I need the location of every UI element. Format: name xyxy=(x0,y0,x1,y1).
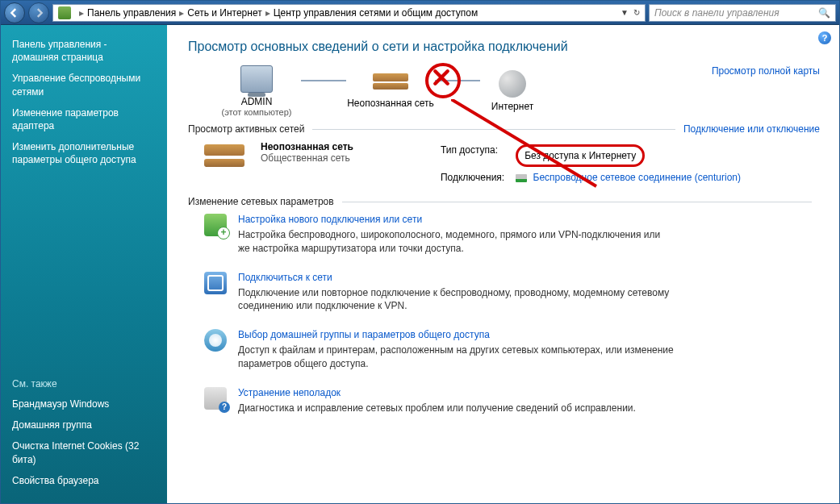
search-placeholder: Поиск в панели управления xyxy=(654,7,779,19)
task-title[interactable]: Устранение неполадок xyxy=(238,387,636,398)
bench-icon xyxy=(204,141,244,173)
wifi-signal-icon xyxy=(516,174,527,182)
active-network-type: Общественная сеть xyxy=(261,152,353,164)
sidebar-link-adapter[interactable]: Изменение параметров адаптера xyxy=(12,106,156,132)
active-networks-label: Просмотр активных сетей xyxy=(188,123,304,135)
address-bar: ▸ Панель управления ▸ Сеть и Интернет ▸ … xyxy=(1,1,839,25)
new-connection-icon xyxy=(204,214,227,236)
settings-header-label: Изменение сетевых параметров xyxy=(188,196,334,207)
computer-icon xyxy=(240,65,273,93)
map-node-unidentified: Неопознанная сеть xyxy=(346,73,435,109)
map-node1-sub: (этот компьютер) xyxy=(212,107,301,117)
page-title: Просмотр основных сведений о сети и наст… xyxy=(188,40,820,54)
window-frame: ▸ Панель управления ▸ Сеть и Интернет ▸ … xyxy=(0,0,840,504)
see-also-browser[interactable]: Свойства браузера xyxy=(12,474,156,487)
see-also-header: См. также xyxy=(12,378,156,389)
task-title[interactable]: Подключиться к сети xyxy=(238,272,674,283)
see-also-homegroup[interactable]: Домашняя группа xyxy=(12,419,156,431)
see-also-firewall[interactable]: Брандмауэр Windows xyxy=(12,398,156,410)
crumb-sep: ▸ xyxy=(179,7,184,19)
active-networks-header: Просмотр активных сетей Подключение или … xyxy=(188,123,820,135)
annotation-circle xyxy=(425,63,461,98)
main-panel: ? Просмотр основных сведений о сети и на… xyxy=(167,25,839,503)
sidebar-link-wireless[interactable]: Управление беспроводными сетями xyxy=(12,72,156,98)
troubleshoot-icon xyxy=(204,387,227,410)
task-desc: Доступ к файлам и принтерам, расположенн… xyxy=(238,344,674,371)
refresh-icon[interactable]: ↻ xyxy=(633,8,640,17)
sidebar: Панель управления - домашняя страница Уп… xyxy=(1,25,167,503)
breadcrumb[interactable]: ▸ Панель управления ▸ Сеть и Интернет ▸ … xyxy=(52,4,646,22)
crumb-sep: ▸ xyxy=(265,7,270,19)
access-type-value: Без доступа к Интернету xyxy=(516,144,645,167)
map-node1-name: ADMIN xyxy=(212,96,301,107)
task-desc: Настройка беспроводного, широкополосного… xyxy=(238,228,674,256)
network-settings-header: Изменение сетевых параметров xyxy=(188,196,820,207)
see-also-cookies[interactable]: Очистка Internet Cookies (32 бита) xyxy=(12,439,156,465)
map-node3-name: Интернет xyxy=(480,101,545,112)
crumb-1[interactable]: Сеть и Интернет xyxy=(187,7,261,19)
connection-link[interactable]: Беспроводное сетевое соединение (centuri… xyxy=(533,172,742,183)
search-box[interactable]: Поиск в панели управления 🔍 xyxy=(649,4,836,22)
tasks-list: Настройка нового подключения или сети На… xyxy=(204,214,820,415)
active-network-name: Неопознанная сеть xyxy=(261,141,353,152)
map-node-internet: Интернет xyxy=(480,70,545,112)
map-node-computer: ADMIN (этот компьютер) xyxy=(212,65,301,117)
search-icon[interactable]: 🔍 xyxy=(818,7,830,19)
crumb-sep: ▸ xyxy=(79,7,84,19)
globe-icon xyxy=(499,70,526,98)
map-line xyxy=(301,80,346,81)
nav-forward-button[interactable] xyxy=(28,2,49,23)
active-network-block: Неопознанная сеть Общественная сеть Тип … xyxy=(204,141,820,186)
task-desc: Диагностика и исправление сетевых пробле… xyxy=(238,402,636,415)
task-troubleshoot: Устранение неполадок Диагностика и испра… xyxy=(204,387,820,415)
control-panel-icon xyxy=(58,6,71,19)
task-desc: Подключение или повторное подключение к … xyxy=(238,286,674,314)
sidebar-home-link[interactable]: Панель управления - домашняя страница xyxy=(12,38,156,64)
help-icon[interactable]: ? xyxy=(818,31,831,44)
connect-network-icon xyxy=(204,272,227,294)
task-title[interactable]: Выбор домашней группы и параметров общег… xyxy=(238,329,674,340)
active-network-props: Тип доступа: Без доступа к Интернету Под… xyxy=(434,141,747,186)
nav-back-button[interactable] xyxy=(4,2,25,23)
connections-label: Подключения: xyxy=(436,170,509,185)
map-node2-name: Неопознанная сеть xyxy=(346,98,435,109)
crumb-2[interactable]: Центр управления сетями и общим доступом xyxy=(274,7,479,19)
see-also-section: См. также Брандмауэр Windows Домашняя гр… xyxy=(12,378,156,495)
breadcrumb-dropdown-icon[interactable]: ▼ xyxy=(621,8,629,17)
connect-disconnect-link[interactable]: Подключение или отключение xyxy=(683,123,820,135)
task-new-connection: Настройка нового подключения или сети На… xyxy=(204,214,820,256)
sidebar-link-advanced-sharing[interactable]: Изменить дополнительные параметры общего… xyxy=(12,140,156,166)
bench-icon xyxy=(373,73,408,94)
task-connect-network: Подключиться к сети Подключение или повт… xyxy=(204,272,820,314)
crumb-0[interactable]: Панель управления xyxy=(87,7,176,19)
homegroup-icon xyxy=(204,329,227,352)
network-map: ADMIN (этот компьютер) Неопознанная сеть… xyxy=(212,65,820,117)
task-homegroup: Выбор домашней группы и параметров общег… xyxy=(204,329,820,371)
task-title[interactable]: Настройка нового подключения или сети xyxy=(238,214,674,225)
access-type-label: Тип доступа: xyxy=(436,143,509,169)
